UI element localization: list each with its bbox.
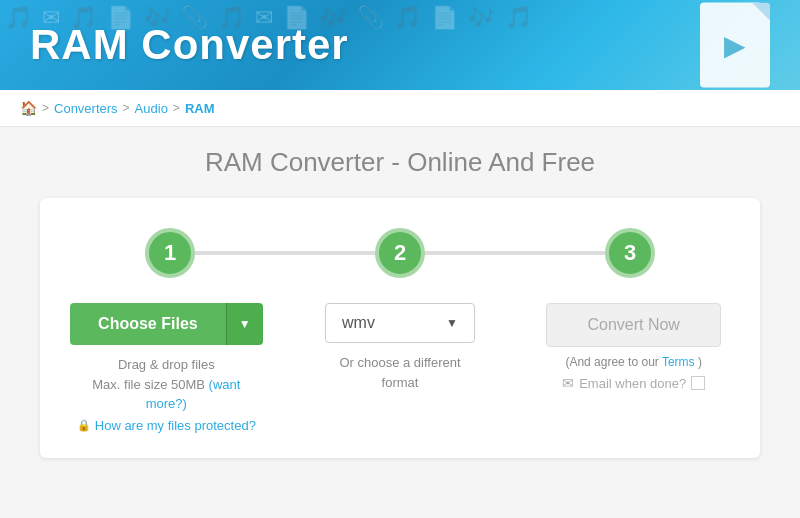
bg-icon-14: 🎶 xyxy=(468,5,495,85)
breadcrumb-current: RAM xyxy=(185,101,215,116)
drag-drop-line2: Max. file size 50MB xyxy=(92,377,205,392)
steps-row: 1 2 3 xyxy=(70,228,730,278)
play-icon: ▶ xyxy=(724,29,746,62)
step-3-circle: 3 xyxy=(605,228,655,278)
step-2-circle: 2 xyxy=(375,228,425,278)
format-select[interactable]: wmv ▼ xyxy=(325,303,475,343)
drag-drop-line1: Drag & drop files xyxy=(118,357,215,372)
breadcrumb-audio[interactable]: Audio xyxy=(135,101,168,116)
bg-icon-11: 📎 xyxy=(357,5,384,85)
header-file-icon: ▶ xyxy=(700,3,770,88)
file-icon-fold xyxy=(752,3,770,21)
header: 🎵 ✉ 🎵 📄 🎶 📎 🎵 ✉ 📄 🎶 📎 🎵 📄 🎶 🎵 RAM Conver… xyxy=(0,0,800,90)
format-label: format xyxy=(382,375,419,390)
bg-icon-1: 🎵 xyxy=(5,5,32,85)
email-done-checkbox[interactable] xyxy=(691,376,705,390)
drag-drop-text: Drag & drop files Max. file size 50MB (w… xyxy=(70,355,263,414)
step-3-number: 3 xyxy=(624,240,636,266)
step-3-section: Convert Now (And agree to our Terms ) ✉ … xyxy=(537,303,730,391)
step-1-section: Choose Files ▼ Drag & drop files Max. fi… xyxy=(70,303,263,433)
step-1-circle: 1 xyxy=(145,228,195,278)
breadcrumb-converters[interactable]: Converters xyxy=(54,101,118,116)
actions-row: Choose Files ▼ Drag & drop files Max. fi… xyxy=(70,303,730,433)
email-label: Email when done? xyxy=(579,376,686,391)
files-protected-link[interactable]: 🔒 How are my files protected? xyxy=(77,418,256,433)
terms-link[interactable]: Terms xyxy=(662,355,695,369)
bg-icon-12: 🎵 xyxy=(394,5,421,85)
agree-text: (And agree to our xyxy=(565,355,658,369)
email-icon: ✉ xyxy=(562,375,574,391)
or-choose-text: Or choose a different format xyxy=(339,353,460,392)
page-title: RAM Converter - Online And Free xyxy=(40,147,760,178)
breadcrumb-sep2: > xyxy=(123,101,130,115)
step-connector-2 xyxy=(425,251,605,255)
choose-files-button[interactable]: Choose Files xyxy=(70,303,226,345)
format-selected-value: wmv xyxy=(342,314,375,332)
or-choose-line1: Or choose a different xyxy=(339,355,460,370)
step-connector-1 xyxy=(195,251,375,255)
breadcrumb-sep1: > xyxy=(42,101,49,115)
bg-icon-15: 🎵 xyxy=(505,5,532,85)
main-content: RAM Converter - Online And Free 1 2 3 Ch… xyxy=(0,127,800,488)
format-dropdown-arrow-icon: ▼ xyxy=(446,316,458,330)
choose-files-dropdown-button[interactable]: ▼ xyxy=(226,303,263,345)
files-protected-label: How are my files protected? xyxy=(95,418,256,433)
dropdown-arrow-icon: ▼ xyxy=(239,317,251,331)
step-2-section: wmv ▼ Or choose a different format xyxy=(304,303,497,392)
breadcrumb: 🏠 > Converters > Audio > RAM xyxy=(0,90,800,127)
file-icon-shape: ▶ xyxy=(700,3,770,88)
breadcrumb-home[interactable]: 🏠 xyxy=(20,100,37,116)
agree-close: ) xyxy=(698,355,702,369)
step-2-number: 2 xyxy=(394,240,406,266)
breadcrumb-sep3: > xyxy=(173,101,180,115)
lock-icon: 🔒 xyxy=(77,419,91,432)
step-1-number: 1 xyxy=(164,240,176,266)
choose-files-wrapper: Choose Files ▼ xyxy=(70,303,262,345)
agree-terms-text: (And agree to our Terms ) xyxy=(565,355,702,369)
email-done-row: ✉ Email when done? xyxy=(562,375,705,391)
header-title: RAM Converter xyxy=(30,21,349,69)
convert-now-button[interactable]: Convert Now xyxy=(546,303,720,347)
converter-card: 1 2 3 Choose Files ▼ Dr xyxy=(40,198,760,458)
bg-icon-13: 📄 xyxy=(431,5,458,85)
